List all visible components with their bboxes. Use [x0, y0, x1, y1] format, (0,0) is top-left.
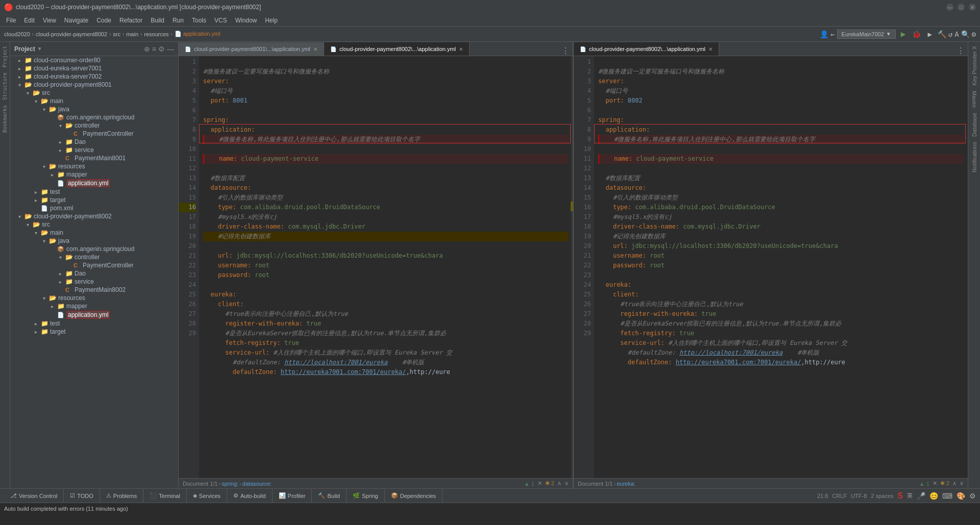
breadcrumb-resources[interactable]: resources: [144, 31, 168, 37]
maven-label[interactable]: Maven: [971, 89, 977, 110]
status-tab-version-control[interactable]: ⎇ Version Control: [4, 489, 64, 503]
tree-item-payment8002[interactable]: ▾📂cloud-provider-payment8002: [10, 212, 178, 220]
tree-item-src8002[interactable]: ▾📂src: [10, 220, 178, 229]
debug-button[interactable]: 🐞: [911, 29, 922, 40]
collapse-all-icon[interactable]: ≡: [152, 45, 156, 53]
maximize-button[interactable]: □: [958, 4, 965, 11]
tree-item-target8001[interactable]: ▸📁target: [10, 196, 178, 204]
tree-item-eureka-server7002[interactable]: ▸📁cloud-eureka-server7002: [10, 72, 178, 81]
tree-item-eureka-server7001[interactable]: ▸📁cloud-eureka-server7001: [10, 64, 178, 72]
tree-item-java8002[interactable]: ▾📂java: [10, 237, 178, 245]
tree-item-payment8001[interactable]: ▾📂cloud-provider-payment8001: [10, 81, 178, 89]
tree-item-controller8002[interactable]: ▾📂controller: [10, 253, 178, 261]
tree-item-pom8001[interactable]: 📄pom.xml: [10, 204, 178, 212]
bookmarks-icon[interactable]: Bookmarks: [2, 103, 8, 135]
tree-item-com8001[interactable]: 📦com.angenin.springcloud: [10, 113, 178, 121]
menu-item-run[interactable]: Run: [168, 16, 188, 25]
settings-icon2[interactable]: ⚙: [969, 492, 976, 500]
tree-item-dao8002[interactable]: ▸📁Dao: [10, 269, 178, 278]
code-content-right[interactable]: #微服务建议一定要写服务端口号和微服务名称 server: #端口号 port:…: [594, 56, 968, 478]
status-tab-todo[interactable]: ☑ TODO: [64, 489, 100, 503]
tree-item-java8001[interactable]: ▾📂java: [10, 105, 178, 113]
tree-item-test8002[interactable]: ▸📁test: [10, 319, 178, 328]
tab-close-active-icon[interactable]: ✕: [459, 46, 463, 52]
build-icon[interactable]: 🔨: [938, 30, 946, 38]
tree-item-test8001[interactable]: ▸📁test: [10, 188, 178, 196]
locate-file-icon[interactable]: ⊕: [144, 45, 150, 53]
tab-payment8001-yaml[interactable]: 📄 cloud-provider-payment8001\...\applica…: [179, 42, 324, 56]
code-content-left[interactable]: #微服务建议一定要写服务端口号和微服务名称 server: #端口号 port:…: [199, 56, 573, 478]
search-icon[interactable]: 👤: [820, 30, 828, 38]
breadcrumb-payment8002[interactable]: cloud-provider-payment8002: [36, 31, 107, 37]
menu-item-code[interactable]: Code: [92, 16, 115, 25]
menu-item-window[interactable]: Window: [231, 16, 261, 25]
coverage-button[interactable]: ▶: [924, 29, 936, 40]
key-promoter-label[interactable]: Key Promoter X: [971, 44, 977, 88]
translate-icon[interactable]: A: [954, 30, 959, 38]
project-icon[interactable]: Project: [2, 44, 8, 69]
menu-item-edit[interactable]: Edit: [20, 16, 39, 25]
menu-item-help[interactable]: Help: [261, 16, 282, 25]
tree-item-service8001[interactable]: ▸📁service: [10, 146, 178, 154]
database-label[interactable]: Database: [971, 111, 977, 139]
tree-item-paymentmain8001[interactable]: CPaymentMain8001: [10, 154, 178, 162]
nav-down-right[interactable]: ∨: [960, 480, 964, 487]
tree-item-controller8001[interactable]: ▾📂controller: [10, 121, 178, 130]
nav-up[interactable]: ∧: [557, 480, 561, 487]
editor-content-right[interactable]: 1234 5678 9101112 13141516 17181920 2122…: [574, 56, 968, 478]
tree-item-main8002[interactable]: ▾📂main: [10, 229, 178, 237]
status-tab-profiler[interactable]: 📊 Profiler: [273, 489, 312, 503]
menu-item-tools[interactable]: Tools: [188, 16, 210, 25]
run-button[interactable]: ▶: [898, 29, 909, 40]
minimize-button[interactable]: —: [946, 4, 953, 11]
tree-item-mapper8002[interactable]: ▸📁mapper: [10, 302, 178, 310]
tree-item-paymentctrl8002[interactable]: CPaymentController: [10, 261, 178, 269]
tree-item-consumer-order80[interactable]: ▸📁cloud-consumer-order80: [10, 56, 178, 64]
nav-down[interactable]: ∨: [565, 480, 569, 487]
tree-item-com8002[interactable]: 📦com.angenin.springcloud: [10, 245, 178, 253]
tree-item-paymentmain8002[interactable]: CPaymentMain8002: [10, 286, 178, 294]
footer-eureka-link[interactable]: eureka:: [617, 481, 635, 487]
tree-item-paymentctrl8001[interactable]: CPaymentController: [10, 130, 178, 138]
tree-item-appyaml8001[interactable]: 📄application.yml: [10, 179, 178, 188]
close-button[interactable]: ✕: [969, 4, 976, 11]
keyboard-icon[interactable]: ⌨: [942, 492, 952, 500]
tree-item-main8001[interactable]: ▾📂main: [10, 97, 178, 105]
tree-item-dao8001[interactable]: ▸📁Dao: [10, 138, 178, 146]
notifications-label[interactable]: Notifications: [971, 140, 977, 174]
breadcrumb-cloud2020[interactable]: cloud2020: [4, 31, 30, 37]
emoticon-icon[interactable]: 😊: [929, 492, 938, 500]
tree-item-resources8001[interactable]: ▾📂resources: [10, 162, 178, 170]
nav-up-right[interactable]: ∧: [952, 480, 957, 487]
status-tab-dependencies[interactable]: 📦 Dependencies: [385, 489, 443, 503]
status-tab-build[interactable]: 🔨 Build: [312, 489, 346, 503]
settings-icon[interactable]: ⚙: [972, 30, 976, 38]
gear-settings-icon[interactable]: ⚙: [158, 45, 165, 53]
status-tab-terminal[interactable]: ⬛ Terminal: [143, 489, 187, 503]
back-icon[interactable]: ←: [830, 30, 835, 38]
run-config-selector[interactable]: EurekaMain7002 ▼: [837, 30, 896, 39]
menu-item-view[interactable]: View: [39, 16, 60, 25]
menu-item-navigate[interactable]: Navigate: [60, 16, 92, 25]
tab-close-icon[interactable]: ✕: [313, 46, 317, 52]
tab-more-right-button[interactable]: ⋮: [953, 46, 968, 56]
tree-item-target8002[interactable]: ▸📁target: [10, 328, 178, 336]
mic-icon[interactable]: 🎤: [917, 492, 925, 500]
breadcrumb-yaml[interactable]: 📄 application.yml: [175, 31, 220, 37]
tree-item-src8001[interactable]: ▾📂src: [10, 89, 178, 97]
breadcrumb-src[interactable]: src: [113, 31, 120, 37]
tab-close-right-icon[interactable]: ✕: [708, 46, 713, 52]
tree-item-service8002[interactable]: ▸📁service: [10, 278, 178, 286]
tree-item-resources8002[interactable]: ▾📂resources: [10, 294, 178, 302]
footer-spring-link[interactable]: spring:: [222, 481, 238, 487]
ime-icon[interactable]: S: [897, 491, 903, 501]
footer-datasource-link[interactable]: datasource:: [242, 481, 272, 487]
tab-more-button[interactable]: ⋮: [558, 46, 573, 56]
status-tab-auto-build[interactable]: ⚙ Auto-build: [227, 489, 273, 503]
color-icon[interactable]: 🎨: [957, 492, 965, 500]
menu-item-build[interactable]: Build: [146, 16, 168, 25]
status-tab-problems[interactable]: ⚠ Problems: [100, 489, 143, 503]
tree-item-appyaml8002[interactable]: 📄application.yml: [10, 310, 178, 319]
sync-icon[interactable]: ↺: [948, 30, 952, 38]
menu-item-file[interactable]: File: [2, 16, 20, 25]
